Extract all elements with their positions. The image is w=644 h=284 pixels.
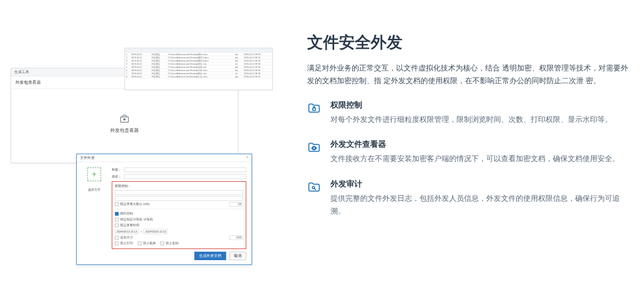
add-file-button[interactable]: + bbox=[87, 167, 101, 181]
svg-rect-2 bbox=[312, 108, 315, 110]
forbid-screenshot-label: 禁止截屏 bbox=[143, 241, 156, 246]
forbid-copy-checkbox[interactable] bbox=[160, 242, 164, 245]
limit-count-checkbox[interactable] bbox=[115, 202, 119, 206]
feature-1-desc: 对每个外发文件进行细粒度权限管理，限制浏览时间、次数、打印权限、显示水印等。 bbox=[330, 113, 612, 126]
add-file-label: 选择文件 bbox=[88, 188, 101, 191]
feature-3-title: 外发审计 bbox=[330, 179, 628, 189]
password-input[interactable] bbox=[115, 190, 243, 195]
feature-1-title: 权限控制 bbox=[330, 100, 612, 110]
perm-header: 权限控制： bbox=[115, 184, 243, 189]
feature-3-desc: 提供完整的文件外发日志，包括外发人员信息，外发文件的使用权限信息，确保行为可追溯… bbox=[330, 192, 628, 218]
svg-point-3 bbox=[313, 147, 316, 150]
viewer-caption: 外发包查看器 bbox=[110, 127, 139, 134]
limit-count-value[interactable]: 10 bbox=[229, 202, 243, 207]
svg-point-4 bbox=[312, 187, 315, 189]
add-size-checkbox[interactable] bbox=[115, 236, 119, 239]
desc-input[interactable] bbox=[124, 174, 246, 179]
desc-label: 描述： bbox=[112, 174, 122, 179]
svg-rect-1 bbox=[124, 119, 126, 120]
title-label: 标题： bbox=[112, 167, 122, 172]
limit-time-label: 限定查看时间 bbox=[120, 223, 139, 228]
log-table: 12023-10-12审批通过C:\Users\Administrator\De… bbox=[125, 53, 272, 78]
time-control-checkbox[interactable] bbox=[115, 212, 119, 216]
briefcase-icon bbox=[118, 113, 131, 124]
title-input[interactable] bbox=[124, 167, 246, 172]
limit-time-checkbox[interactable] bbox=[115, 224, 119, 227]
page-heading: 文件安全外发 bbox=[307, 32, 628, 54]
date-end[interactable]: 2024/03/20 10:13 bbox=[144, 229, 167, 234]
limit-count-label: 限定查看次数(1-100) bbox=[120, 202, 149, 207]
outgoing-form-window: 文件外发 × + 选择文件 标题： 描述： 权限控制： 限定查看次数(1-100… bbox=[76, 154, 252, 265]
close-icon[interactable]: × bbox=[246, 155, 248, 161]
forbid-print-checkbox[interactable] bbox=[115, 242, 119, 245]
log-table-window: 12023-10-12审批通过C:\Users\Administrator\De… bbox=[124, 48, 273, 90]
generate-button[interactable]: 生成外发文档 bbox=[194, 252, 226, 260]
folder-viewer-icon bbox=[307, 140, 321, 154]
time-control-label: 限时控制 bbox=[120, 211, 133, 216]
forbid-print-label: 禁止打印 bbox=[120, 241, 133, 246]
date-start[interactable]: 2024/03/13 10:13 bbox=[115, 229, 139, 234]
folder-audit-icon bbox=[307, 180, 321, 194]
bind-pc-checkbox[interactable] bbox=[115, 218, 119, 221]
plus-icon: + bbox=[92, 170, 96, 179]
product-screenshot-collage: 生成工具 外发包查看器 外发包查看器 基于安装版的文件外发组件，使用者需通过外发… bbox=[5, 21, 275, 265]
password-confirm-input[interactable] bbox=[115, 196, 243, 201]
forbid-copy-label: 禁止复制 bbox=[166, 241, 178, 246]
permission-panel: 权限控制： 限定查看次数(1-100)10 限时控制 绑定指定计算机 计算机 限… bbox=[112, 181, 246, 249]
feature-2-title: 外发文件查看器 bbox=[330, 139, 620, 149]
forbid-screenshot-checkbox[interactable] bbox=[138, 242, 141, 245]
cancel-button[interactable]: 取消 bbox=[229, 252, 246, 260]
add-size-label: 追加大小 bbox=[120, 235, 133, 240]
page-lead: 满足对外业务的正常交互，以文件虚拟化技术为核心，结合 透明加密、权限管理等技术，… bbox=[307, 62, 628, 87]
table-row: 82023-10-12审批通过C:\Users\Administrator\De… bbox=[125, 75, 272, 78]
add-size-value[interactable]: 100 bbox=[229, 235, 243, 240]
feature-2-desc: 文件接收方在不需要安装加密客户端的情况下，可以查看加密文档，确保文档使用安全。 bbox=[330, 153, 620, 165]
form-window-title: 文件外发 bbox=[80, 155, 95, 161]
folder-lock-icon bbox=[307, 101, 321, 115]
bind-pc-label: 绑定指定计算机 计算机 bbox=[120, 217, 153, 222]
